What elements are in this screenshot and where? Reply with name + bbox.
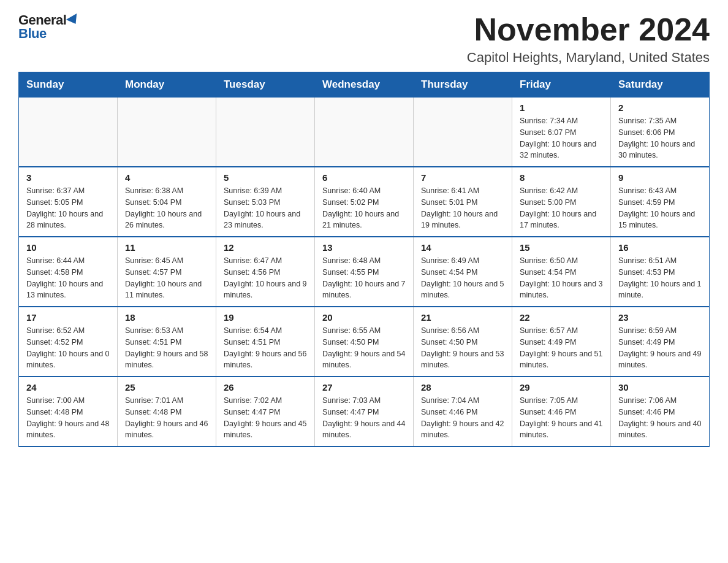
calendar-day-cell: 12Sunrise: 6:47 AM Sunset: 4:56 PM Dayli…	[216, 237, 315, 307]
day-number: 13	[322, 242, 406, 253]
day-number: 21	[421, 312, 504, 323]
day-number: 22	[520, 312, 603, 323]
day-number: 19	[224, 312, 307, 323]
day-number: 18	[125, 312, 208, 323]
calendar-day-cell: 5Sunrise: 6:39 AM Sunset: 5:03 PM Daylig…	[216, 167, 315, 237]
calendar-day-cell: 24Sunrise: 7:00 AM Sunset: 4:48 PM Dayli…	[19, 377, 118, 446]
day-info: Sunrise: 7:05 AM Sunset: 4:46 PM Dayligh…	[520, 395, 603, 441]
day-number: 23	[618, 312, 702, 323]
month-title: November 2024	[467, 12, 710, 47]
day-info: Sunrise: 6:47 AM Sunset: 4:56 PM Dayligh…	[224, 255, 307, 301]
calendar-day-cell: 19Sunrise: 6:54 AM Sunset: 4:51 PM Dayli…	[216, 307, 315, 377]
calendar-day-cell: 27Sunrise: 7:03 AM Sunset: 4:47 PM Dayli…	[315, 377, 414, 446]
day-info: Sunrise: 6:56 AM Sunset: 4:50 PM Dayligh…	[421, 325, 504, 371]
calendar-day-cell: 9Sunrise: 6:43 AM Sunset: 4:59 PM Daylig…	[611, 167, 710, 237]
calendar-week-row: 3Sunrise: 6:37 AM Sunset: 5:05 PM Daylig…	[19, 167, 710, 237]
day-info: Sunrise: 7:01 AM Sunset: 4:48 PM Dayligh…	[125, 395, 208, 441]
calendar-day-cell: 8Sunrise: 6:42 AM Sunset: 5:00 PM Daylig…	[512, 167, 611, 237]
calendar-week-row: 17Sunrise: 6:52 AM Sunset: 4:52 PM Dayli…	[19, 307, 710, 377]
day-number: 20	[322, 312, 406, 323]
calendar-day-cell: 4Sunrise: 6:38 AM Sunset: 5:04 PM Daylig…	[118, 167, 216, 237]
day-number: 25	[125, 382, 208, 393]
calendar-table: SundayMondayTuesdayWednesdayThursdayFrid…	[18, 72, 710, 447]
day-info: Sunrise: 6:42 AM Sunset: 5:00 PM Dayligh…	[520, 185, 603, 231]
calendar-day-cell	[414, 98, 512, 167]
calendar-week-row: 24Sunrise: 7:00 AM Sunset: 4:48 PM Dayli…	[19, 377, 710, 446]
day-number: 2	[618, 102, 702, 113]
calendar-day-cell	[315, 98, 414, 167]
day-info: Sunrise: 7:35 AM Sunset: 6:06 PM Dayligh…	[618, 115, 702, 161]
calendar-day-cell: 26Sunrise: 7:02 AM Sunset: 4:47 PM Dayli…	[216, 377, 315, 446]
calendar-day-cell: 3Sunrise: 6:37 AM Sunset: 5:05 PM Daylig…	[19, 167, 118, 237]
calendar-day-cell: 6Sunrise: 6:40 AM Sunset: 5:02 PM Daylig…	[315, 167, 414, 237]
day-info: Sunrise: 7:04 AM Sunset: 4:46 PM Dayligh…	[421, 395, 504, 441]
calendar-day-cell	[216, 98, 315, 167]
day-info: Sunrise: 7:02 AM Sunset: 4:47 PM Dayligh…	[224, 395, 307, 441]
day-info: Sunrise: 7:03 AM Sunset: 4:47 PM Dayligh…	[322, 395, 406, 441]
calendar-day-cell: 29Sunrise: 7:05 AM Sunset: 4:46 PM Dayli…	[512, 377, 611, 446]
day-info: Sunrise: 6:45 AM Sunset: 4:57 PM Dayligh…	[125, 255, 208, 301]
calendar-day-cell: 14Sunrise: 6:49 AM Sunset: 4:54 PM Dayli…	[414, 237, 512, 307]
calendar-day-cell: 18Sunrise: 6:53 AM Sunset: 4:51 PM Dayli…	[118, 307, 216, 377]
calendar-day-cell	[19, 98, 118, 167]
day-info: Sunrise: 6:53 AM Sunset: 4:51 PM Dayligh…	[125, 325, 208, 371]
calendar-day-cell: 15Sunrise: 6:50 AM Sunset: 4:54 PM Dayli…	[512, 237, 611, 307]
calendar-weekday-header: Sunday	[19, 72, 118, 98]
day-number: 4	[125, 172, 208, 183]
logo-arrow-icon	[66, 13, 81, 27]
calendar-day-cell	[118, 98, 216, 167]
calendar-weekday-header: Tuesday	[216, 72, 315, 98]
day-number: 27	[322, 382, 406, 393]
day-info: Sunrise: 6:55 AM Sunset: 4:50 PM Dayligh…	[322, 325, 406, 371]
day-info: Sunrise: 6:41 AM Sunset: 5:01 PM Dayligh…	[421, 185, 504, 231]
day-number: 11	[125, 242, 208, 253]
day-info: Sunrise: 6:43 AM Sunset: 4:59 PM Dayligh…	[618, 185, 702, 231]
day-info: Sunrise: 6:49 AM Sunset: 4:54 PM Dayligh…	[421, 255, 504, 301]
calendar-day-cell: 21Sunrise: 6:56 AM Sunset: 4:50 PM Dayli…	[414, 307, 512, 377]
calendar-day-cell: 23Sunrise: 6:59 AM Sunset: 4:49 PM Dayli…	[611, 307, 710, 377]
calendar-day-cell: 13Sunrise: 6:48 AM Sunset: 4:55 PM Dayli…	[315, 237, 414, 307]
day-number: 1	[520, 102, 603, 113]
day-info: Sunrise: 6:54 AM Sunset: 4:51 PM Dayligh…	[224, 325, 307, 371]
logo: General Blue	[18, 12, 80, 42]
calendar-day-cell: 7Sunrise: 6:41 AM Sunset: 5:01 PM Daylig…	[414, 167, 512, 237]
day-number: 9	[618, 172, 702, 183]
calendar-weekday-header: Monday	[118, 72, 216, 98]
logo-blue: Blue	[18, 26, 47, 42]
calendar-weekday-header: Thursday	[414, 72, 512, 98]
location-title: Capitol Heights, Maryland, United States	[467, 50, 710, 66]
day-number: 15	[520, 242, 603, 253]
day-info: Sunrise: 6:48 AM Sunset: 4:55 PM Dayligh…	[322, 255, 406, 301]
day-number: 24	[26, 382, 110, 393]
calendar-day-cell: 11Sunrise: 6:45 AM Sunset: 4:57 PM Dayli…	[118, 237, 216, 307]
calendar-day-cell: 30Sunrise: 7:06 AM Sunset: 4:46 PM Dayli…	[611, 377, 710, 446]
day-info: Sunrise: 6:52 AM Sunset: 4:52 PM Dayligh…	[26, 325, 110, 371]
calendar-day-cell: 20Sunrise: 6:55 AM Sunset: 4:50 PM Dayli…	[315, 307, 414, 377]
day-number: 3	[26, 172, 110, 183]
day-info: Sunrise: 6:37 AM Sunset: 5:05 PM Dayligh…	[26, 185, 110, 231]
day-info: Sunrise: 6:39 AM Sunset: 5:03 PM Dayligh…	[224, 185, 307, 231]
day-info: Sunrise: 6:50 AM Sunset: 4:54 PM Dayligh…	[520, 255, 603, 301]
title-block: November 2024 Capitol Heights, Maryland,…	[467, 12, 710, 66]
calendar-day-cell: 28Sunrise: 7:04 AM Sunset: 4:46 PM Dayli…	[414, 377, 512, 446]
calendar-weekday-header: Wednesday	[315, 72, 414, 98]
day-info: Sunrise: 6:40 AM Sunset: 5:02 PM Dayligh…	[322, 185, 406, 231]
day-info: Sunrise: 6:51 AM Sunset: 4:53 PM Dayligh…	[618, 255, 702, 301]
calendar-header-row: SundayMondayTuesdayWednesdayThursdayFrid…	[19, 72, 710, 98]
calendar-week-row: 10Sunrise: 6:44 AM Sunset: 4:58 PM Dayli…	[19, 237, 710, 307]
day-number: 8	[520, 172, 603, 183]
day-number: 14	[421, 242, 504, 253]
day-number: 16	[618, 242, 702, 253]
calendar-weekday-header: Friday	[512, 72, 611, 98]
day-info: Sunrise: 7:06 AM Sunset: 4:46 PM Dayligh…	[618, 395, 702, 441]
day-number: 28	[421, 382, 504, 393]
day-number: 17	[26, 312, 110, 323]
day-number: 29	[520, 382, 603, 393]
day-info: Sunrise: 7:00 AM Sunset: 4:48 PM Dayligh…	[26, 395, 110, 441]
day-info: Sunrise: 6:44 AM Sunset: 4:58 PM Dayligh…	[26, 255, 110, 301]
calendar-day-cell: 2Sunrise: 7:35 AM Sunset: 6:06 PM Daylig…	[611, 98, 710, 167]
calendar-day-cell: 22Sunrise: 6:57 AM Sunset: 4:49 PM Dayli…	[512, 307, 611, 377]
day-info: Sunrise: 6:38 AM Sunset: 5:04 PM Dayligh…	[125, 185, 208, 231]
day-number: 30	[618, 382, 702, 393]
day-info: Sunrise: 6:59 AM Sunset: 4:49 PM Dayligh…	[618, 325, 702, 371]
